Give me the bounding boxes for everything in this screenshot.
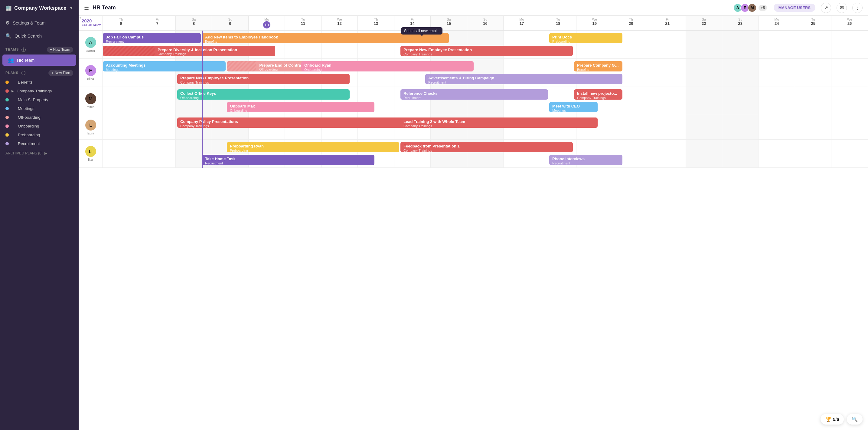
row-cells-aaron: Job Fair on CampusRecruitmentAdd New Ite… [103, 31, 868, 58]
user-cell-aaron: A aaron [79, 31, 103, 58]
bar-title: Preboarding Ryan [230, 144, 396, 148]
bar-subtitle: Meetings [106, 68, 223, 71]
search-badge-icon: 🔍 [852, 417, 858, 422]
gantt-cell [831, 87, 868, 115]
score-badge[interactable]: 🏆 5/6 [820, 414, 844, 425]
workspace-label: Company Workspace [14, 5, 66, 11]
bar-company-policy-presentations[interactable]: Company Policy PresentationsCompany Trai… [177, 117, 424, 128]
inbox-button[interactable]: ✉ [837, 3, 847, 13]
bar-title: Accounting Meetings [106, 63, 223, 67]
plan-expand-icon: ▶ [11, 89, 14, 93]
user-avatar-mitch: M [85, 93, 96, 104]
gantt-cell [795, 87, 831, 115]
gantt-cell [795, 59, 831, 87]
plan-label: Off-boarding [18, 115, 40, 120]
sidebar-plan-preboarding[interactable]: Preboarding [0, 131, 79, 139]
plan-dot [5, 133, 9, 137]
user-cell-eliza: E eliza [79, 59, 103, 87]
gantt-cell [613, 115, 649, 139]
manage-users-button[interactable]: MANAGE USERS [774, 4, 815, 12]
bar-subtitle: Company Trainings [180, 81, 347, 84]
gantt-cell [758, 59, 795, 87]
bar-feedback-from-presentation-1[interactable]: Feedback from Presentation 1Company Trai… [400, 142, 573, 152]
bar-prepare-new-employee-presentation[interactable]: Prepare New Employee PresentationCompany… [177, 74, 350, 84]
gantt-cell [831, 115, 868, 139]
bar-job-fair-on-campus[interactable]: Job Fair on CampusRecruitment [103, 33, 201, 43]
bar-lead-training-2-with-whole-team[interactable]: Lead Training 2 with Whole TeamCompany T… [400, 117, 598, 128]
gantt-cell [686, 31, 722, 58]
search-badge[interactable]: 🔍 [847, 414, 863, 425]
bar-reference-checks[interactable]: Reference ChecksRecruitment [400, 89, 548, 99]
sidebar-plan-benefits[interactable]: Benefits [0, 78, 79, 87]
gantt-cell [722, 59, 758, 87]
bar-advertisements-&-hiring-campaign[interactable]: Advertisements & Hiring CampaignRecruitm… [425, 74, 622, 84]
gantt-cell [103, 140, 139, 168]
workspace-header[interactable]: 🏢 Company Workspace ▾ [0, 0, 79, 16]
bar-phone-interviews[interactable]: Phone InterviewsRecruitment [549, 155, 622, 165]
date-col-20: Th20 [613, 16, 649, 30]
avatar-3: M [748, 3, 757, 12]
share-button[interactable]: ↗ [821, 3, 831, 13]
gantt-cell [649, 31, 686, 58]
bar-title: Install new projecto... [577, 91, 619, 96]
sidebar-item-search[interactable]: 🔍 Quick Search [0, 29, 79, 42]
bar-subtitle: Recruitment [106, 40, 198, 43]
bar-subtitle: Recruitment [428, 81, 619, 84]
bar-meet-with-ceo[interactable]: Meet with CEOMeetings [549, 102, 598, 112]
bar-title: Meet with CEO [552, 104, 595, 108]
sidebar-plan-onboarding[interactable]: Onboarding [0, 122, 79, 131]
bar-accounting-meetings[interactable]: Accounting MeetingsMeetings [103, 61, 226, 71]
sidebar-plan-main-st-property[interactable]: Main St Property [0, 95, 79, 104]
gantt-cell [722, 31, 758, 58]
plan-label: Benefits [18, 80, 33, 85]
plan-dot [5, 107, 9, 110]
new-plan-button[interactable]: + New Plan [49, 70, 73, 76]
plan-dot [5, 124, 9, 128]
settings-label: Settings & Team [13, 20, 46, 25]
bar-onboard-ryan[interactable]: Onboard RyanOnboarding [301, 61, 474, 71]
sidebar-team-hr-team[interactable]: 👥HR Team [2, 55, 76, 66]
plan-dot [5, 98, 9, 102]
date-col-10: Mo10 [249, 16, 285, 30]
bar-subtitle: Company Trainings [403, 149, 570, 152]
gantt-cell [649, 87, 686, 115]
gantt-cell [722, 87, 758, 115]
gantt-container[interactable]: 2020 FEBRUARY Th6Fr7Sa8Su9Mo10Tu11We12Th… [79, 16, 868, 430]
plans-info-icon[interactable]: i [21, 71, 25, 75]
sidebar-plan-recruitment[interactable]: Recruitment [0, 139, 79, 148]
gantt-cell [758, 115, 795, 139]
plan-dot [5, 89, 9, 93]
trophy-icon: 🏆 [825, 417, 831, 422]
gantt-cell [649, 115, 686, 139]
bar-prepare-new-employee-presentation[interactable]: Prepare New Employee PresentationCompany… [400, 46, 573, 56]
date-col-24: Mo249 [758, 16, 795, 30]
gantt-cell [686, 115, 722, 139]
date-col-12: We12 [321, 16, 358, 30]
bar-prepare-company-gym-mem...[interactable]: Prepare Company Gym Mem...Benefits [574, 61, 622, 71]
gantt-cell [103, 115, 139, 139]
gantt-cell [686, 59, 722, 87]
archived-plans[interactable]: ARCHIVED PLANS (0) ▶ [0, 148, 79, 159]
bar-subtitle: Company Trainings [180, 124, 421, 128]
bar-collect-office-keys[interactable]: Collect Office KeysOff-boarding [177, 89, 350, 99]
bar-print-docs[interactable]: Print DocsPreboarding [549, 33, 622, 43]
bar-preboarding-ryan[interactable]: Preboarding RyanPreboarding [227, 142, 399, 152]
sidebar-plan-company-trainings[interactable]: ▶ Company Trainings [0, 87, 79, 95]
new-team-button[interactable]: + New Team [47, 47, 73, 53]
bar-onboard-max[interactable]: Onboard MaxOnboarding [227, 102, 374, 112]
teams-info-icon[interactable]: i [22, 48, 26, 52]
more-button[interactable]: ⋮ [852, 3, 863, 13]
sidebar-plan-meetings[interactable]: Meetings [0, 104, 79, 113]
sidebar-item-settings[interactable]: ⚙ Settings & Team [0, 16, 79, 29]
gantt-row-eliza: E eliza Accounting MeetingsMeetingsPrepa… [79, 59, 868, 87]
bar-prepare-diversity-&-inclusion-presentation[interactable]: Prepare Diversity & Inclusion Presentati… [103, 46, 275, 56]
date-col-17: Mo178 [503, 16, 540, 30]
sidebar-plan-off-boarding[interactable]: Off-boarding [0, 113, 79, 122]
date-col-16: Su16 [467, 16, 503, 30]
bar-take-home-task[interactable]: Take Home TaskRecruitment [202, 155, 374, 165]
date-col-21: Fr21 [649, 16, 686, 30]
bar-add-new-items-to-employee-handbook[interactable]: Add New Items to Employee HandbookBenefi… [202, 33, 449, 43]
menu-icon[interactable]: ☰ [84, 4, 89, 11]
bar-subtitle: Off-boarding [180, 96, 347, 99]
bar-install-new-projecto...[interactable]: Install new projecto...Company Trainings [574, 89, 622, 99]
